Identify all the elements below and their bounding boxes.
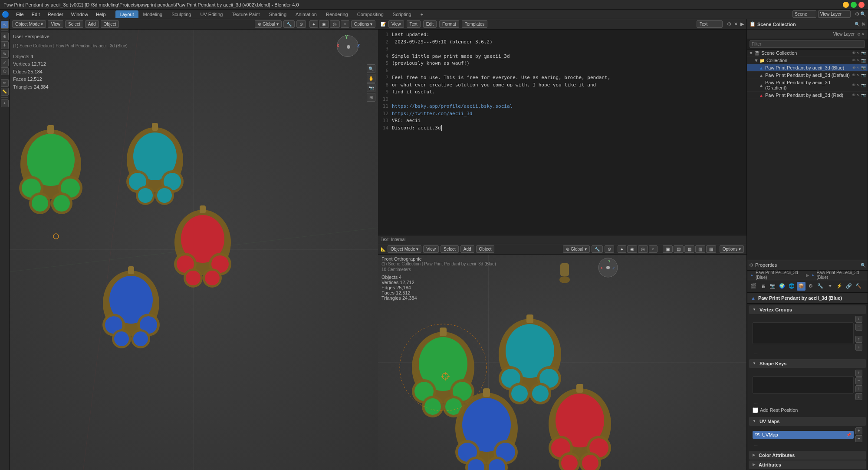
menu-edit[interactable]: Edit	[28, 11, 43, 18]
vp-material-mode[interactable]: ◉	[319, 20, 329, 28]
outliner-gradient-eye[interactable]: 👁	[852, 83, 856, 87]
bvp-wireframe-mode[interactable]: ○	[649, 245, 658, 253]
bvp-select-btn[interactable]: Select	[441, 245, 459, 253]
uvm-add-btn[interactable]: +	[855, 427, 862, 434]
outliner-eye-op[interactable]: 👁	[852, 51, 856, 55]
viewport-canvas-left[interactable]: User Perspective (1) Scene Collection | …	[10, 30, 378, 470]
zoom-in-btn[interactable]: 🔍	[367, 64, 375, 73]
tab-uv-editing[interactable]: UV Editing	[196, 10, 227, 18]
outliner-item-gradient[interactable]: ▲ Paw Print Pendant by aecii_3d (Gradien…	[747, 79, 868, 92]
header-icon-1[interactable]: ⚙	[855, 11, 859, 17]
move-tool[interactable]: ✛	[1, 41, 9, 49]
bvp-submode-1[interactable]: ▣	[663, 245, 673, 253]
text-icon-1[interactable]: ⚙	[727, 21, 731, 27]
text-icon-2[interactable]: ✕	[734, 21, 738, 27]
grid-btn[interactable]: ⊞	[367, 93, 375, 102]
text-edit-btn[interactable]: Edit	[423, 20, 437, 28]
section-ca-header[interactable]: ▶ Color Attributes	[749, 451, 866, 460]
bvp-global-btn[interactable]: ⊕ Global ▾	[563, 245, 589, 253]
tab-compositing[interactable]: Compositing	[353, 10, 388, 18]
props-view-layer-icon[interactable]: 📷	[768, 282, 777, 291]
outliner-red-eye[interactable]: 👁	[852, 93, 856, 97]
vp-snap-btn[interactable]: 🔧	[283, 20, 295, 28]
tab-add[interactable]: +	[416, 10, 427, 18]
props-world-icon[interactable]: 🌐	[787, 282, 796, 291]
bvp-proportional-btn[interactable]: ⊙	[605, 245, 614, 253]
add-tool[interactable]: +	[1, 99, 9, 107]
bvp-solid-mode[interactable]: ●	[618, 245, 626, 253]
vg-up-btn[interactable]: ↑	[855, 336, 862, 343]
outliner-blue-select[interactable]: ↖	[857, 66, 860, 70]
select-tool[interactable]: ↖	[1, 21, 9, 29]
bvp-submode-4[interactable]: ▧	[695, 245, 705, 253]
scale-tool[interactable]: ⤢	[1, 59, 9, 66]
bvp-options-btn[interactable]: Options ▾	[720, 245, 744, 253]
outliner-default-render[interactable]: 📷	[861, 73, 866, 77]
vl-icon-1[interactable]: ⚙	[857, 32, 861, 36]
pan-btn[interactable]: ✋	[367, 74, 375, 83]
tab-texture-paint[interactable]: Texture Paint	[227, 10, 264, 18]
outliner-red-select[interactable]: ↖	[857, 93, 860, 97]
vg-down-btn[interactable]: ↓	[855, 344, 862, 351]
bvp-submode-5[interactable]: ▨	[706, 245, 716, 253]
tab-animation[interactable]: Animation	[291, 10, 321, 18]
outliner-blue-render[interactable]: 📷	[861, 66, 866, 70]
props-output-icon[interactable]: 🖥	[759, 282, 767, 291]
text-text-btn[interactable]: Text	[407, 20, 421, 28]
sk-add-btn[interactable]: +	[855, 370, 862, 377]
props-mesh-icon[interactable]: ⚙	[806, 282, 815, 291]
vp-global-btn[interactable]: ⊕ Global ▾	[255, 20, 281, 28]
uvmap-pin-icon[interactable]: 📌	[846, 433, 851, 437]
tab-scripting[interactable]: Scripting	[388, 10, 416, 18]
tab-shading[interactable]: Shading	[265, 10, 291, 18]
text-view-btn[interactable]: View	[388, 20, 404, 28]
camera-btn[interactable]: 📷	[367, 83, 375, 92]
uvmap-entry-uvmap[interactable]: 🗺 UVMap 📌	[753, 431, 854, 439]
bvp-submode-2[interactable]: ▤	[674, 245, 684, 253]
add-rest-position-checkbox[interactable]	[753, 407, 758, 413]
vp-solid-mode[interactable]: ●	[309, 20, 318, 28]
scene-selector[interactable]: Scene	[792, 10, 816, 18]
tab-layout[interactable]: Layout	[115, 10, 138, 18]
bvp-add-btn[interactable]: Add	[460, 245, 474, 253]
outliner-gradient-select[interactable]: ↖	[857, 83, 860, 87]
outliner-coll-render[interactable]: 📷	[861, 58, 866, 63]
uvm-remove-btn[interactable]: −	[855, 435, 862, 442]
vp-add-btn[interactable]: Add	[85, 20, 99, 28]
props-scene-icon[interactable]: 🌍	[778, 282, 786, 291]
outliner-filter-icon[interactable]: 🔍	[855, 22, 860, 26]
outliner-item-collection[interactable]: ▼ 📁 Collection 👁 ↖ 📷	[747, 57, 868, 64]
props-material-icon[interactable]: 🔧	[816, 282, 825, 291]
object-mode-btn[interactable]: Object Mode ▾	[12, 20, 46, 28]
props-modifiers-icon[interactable]: 🔨	[854, 282, 863, 291]
vp-proportional-btn[interactable]: ⊙	[296, 20, 306, 28]
outliner-red-render[interactable]: 📷	[861, 93, 866, 97]
vg-list[interactable]	[753, 322, 854, 344]
outliner-default-eye[interactable]: 👁	[852, 73, 856, 77]
cursor-tool[interactable]: ⊕	[1, 33, 9, 40]
tab-sculpting[interactable]: Sculpting	[167, 10, 195, 18]
tab-rendering[interactable]: Rendering	[322, 10, 352, 18]
text-name-field[interactable]: Text	[697, 20, 723, 28]
outliner-blue-eye[interactable]: 👁	[852, 66, 856, 70]
outliner-item-scene-collection[interactable]: ▼ 🎬 Scene Collection 👁 ↖ 📷	[747, 50, 868, 57]
sk-remove-btn[interactable]: −	[855, 377, 862, 384]
outliner-gradient-render[interactable]: 📷	[861, 83, 866, 87]
section-vg-header[interactable]: ▼ Vertex Groups	[749, 305, 866, 314]
navigation-gizmo[interactable]: X Y Z	[335, 33, 361, 59]
text-templates-btn[interactable]: Templates	[462, 20, 488, 28]
bvp-object-mode-btn[interactable]: Object Mode ▾	[388, 245, 421, 253]
bvp-object-btn[interactable]: Object	[476, 245, 495, 253]
annotate-tool[interactable]: ✏	[1, 79, 9, 87]
outliner-coll-select[interactable]: ↖	[857, 58, 860, 63]
outliner-render-op[interactable]: 📷	[861, 51, 866, 55]
outliner-coll-eye[interactable]: 👁	[852, 58, 856, 63]
props-physics-icon[interactable]: ⚡	[835, 282, 844, 291]
bottom-vp-canvas[interactable]: Front Orthographic (1) Scene Collection …	[378, 255, 746, 470]
text-format-btn[interactable]: Format	[439, 20, 459, 28]
sk-list[interactable]	[753, 376, 854, 394]
transform-tool[interactable]: ⬡	[1, 67, 9, 75]
outliner-item-default[interactable]: ▲ Paw Print Pendant by aecii_3d (Default…	[747, 72, 868, 79]
rotate-tool[interactable]: ↻	[1, 50, 9, 58]
props-particles-icon[interactable]: ✦	[825, 282, 834, 291]
